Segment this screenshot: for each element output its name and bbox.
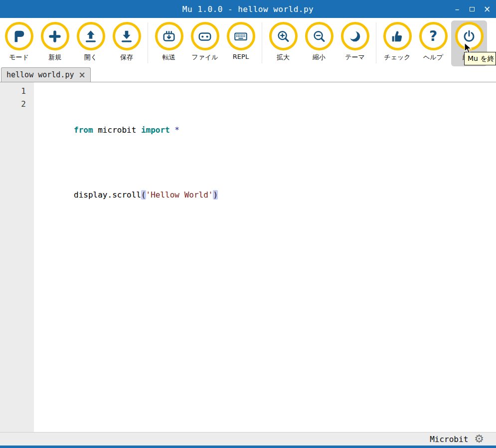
toolbar-button-repl[interactable]: REPL: [223, 20, 259, 66]
flash-chip-icon: [155, 22, 183, 50]
toolbar-button-open[interactable]: 開く: [73, 20, 109, 66]
code-line: display.scroll('Hellow World'): [35, 176, 496, 215]
toolbar-button-label: 開く: [84, 53, 97, 62]
toolbar-separator: [148, 22, 148, 63]
toolbar: モード 新規 開く 保存 転送: [0, 18, 496, 67]
maximize-button[interactable]: [468, 5, 476, 13]
toolbar-button-label: 拡大: [277, 53, 290, 62]
code-token: 'Hellow World': [146, 190, 213, 200]
toolbar-button-label: 縮小: [313, 53, 326, 62]
toolbar-button-label: 保存: [120, 53, 133, 62]
toolbar-button-files[interactable]: ファイル: [187, 20, 223, 66]
toolbar-button-label: ファイル: [191, 53, 218, 62]
help-question-icon: ?: [419, 22, 448, 50]
quit-tooltip: Mu を終: [464, 52, 496, 65]
save-download-icon: [113, 22, 141, 50]
code-token: ): [213, 190, 218, 200]
files-board-icon: [191, 22, 219, 50]
check-thumbs-up-icon: [383, 22, 412, 50]
code-token: import: [141, 125, 170, 135]
code-token: *: [170, 125, 179, 135]
toolbar-button-mode[interactable]: モード: [1, 20, 37, 66]
toolbar-button-label: 転送: [163, 53, 175, 62]
toolbar-button-zoom-in[interactable]: 拡大: [265, 20, 301, 66]
titlebar: Mu 1.0.0 - hellow world.py – ×: [0, 0, 496, 18]
code-token: microbit: [93, 125, 141, 135]
line-number: 2: [0, 98, 34, 111]
tab-label: hellow world.py: [6, 70, 74, 79]
tab-bar: hellow world.py ×: [0, 67, 496, 82]
mode-flag-icon: [5, 22, 33, 50]
maximize-icon: [470, 7, 475, 11]
toolbar-button-save[interactable]: 保存: [109, 20, 145, 66]
window-title: Mu 1.0.0 - hellow world.py: [182, 4, 314, 14]
new-plus-icon: [41, 22, 69, 50]
zoom-in-icon: [269, 22, 298, 50]
toolbar-button-label: REPL: [233, 53, 249, 60]
code-token: from: [74, 125, 93, 135]
repl-keyboard-icon: [227, 22, 255, 50]
zoom-out-icon: [305, 22, 333, 50]
gear-icon[interactable]: ⚙: [474, 434, 484, 445]
toolbar-separator: [262, 22, 262, 63]
toolbar-button-label: テーマ: [345, 53, 365, 62]
toolbar-button-label: モード: [9, 53, 29, 62]
tab-close-icon[interactable]: ×: [78, 71, 85, 79]
editor-pane: 1 2 from microbit import * display.scrol…: [0, 82, 496, 432]
open-upload-icon: [77, 22, 105, 50]
toolbar-button-label: チェック: [384, 53, 410, 62]
line-number-gutter: 1 2: [0, 82, 34, 432]
mu-window: Mu 1.0.0 - hellow world.py – × モード 新規 開く: [0, 0, 496, 448]
status-bar: Microbit ⚙: [0, 432, 496, 446]
code-token: display.scroll: [74, 190, 141, 200]
toolbar-button-theme[interactable]: テーマ: [337, 20, 373, 66]
toolbar-button-new[interactable]: 新規: [37, 20, 73, 66]
code-area[interactable]: from microbit import * display.scroll('H…: [34, 82, 496, 432]
question-glyph: ?: [429, 29, 437, 43]
tab-hellow-world-py[interactable]: hellow world.py ×: [1, 67, 91, 82]
code-token: (: [141, 190, 146, 200]
toolbar-button-help[interactable]: ? ヘルプ: [415, 20, 451, 66]
toolbar-button-check[interactable]: チェック: [379, 20, 415, 66]
window-bottom-border: [0, 446, 496, 448]
close-button[interactable]: ×: [483, 5, 491, 13]
toolbar-button-flash[interactable]: 転送: [151, 20, 187, 66]
code-line: from microbit import *: [35, 111, 496, 150]
window-controls: – ×: [453, 0, 491, 18]
quit-power-icon: [455, 22, 484, 50]
toolbar-button-zoom-out[interactable]: 縮小: [301, 20, 337, 66]
minimize-button[interactable]: –: [453, 5, 461, 13]
line-number: 1: [0, 85, 34, 98]
theme-moon-icon: [341, 22, 369, 50]
toolbar-separator: [376, 22, 376, 63]
toolbar-button-label: ヘルプ: [423, 53, 443, 62]
device-mode-label: Microbit: [430, 435, 468, 444]
toolbar-button-label: 新規: [48, 53, 61, 62]
